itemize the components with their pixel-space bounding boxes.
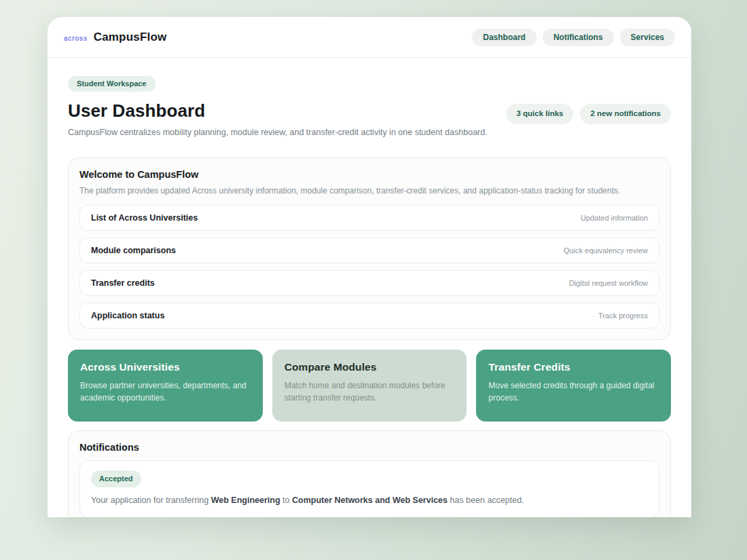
feature-card-compare-modules[interactable]: Compare Modules Match home and destinati… [272, 350, 467, 422]
quick-row-label: Transfer credits [91, 278, 155, 288]
quick-row-universities[interactable]: List of Across Universities Updated info… [79, 205, 659, 231]
hero-row: User Dashboard CampusFlow centralizes mo… [68, 100, 671, 137]
page-title: User Dashboard [68, 100, 488, 122]
status-badge: Accepted [91, 470, 141, 487]
quick-row-meta: Track progress [598, 312, 648, 320]
brand: across CampusFlow [64, 31, 166, 44]
message-segment: has been accepted. [448, 496, 524, 505]
message-segment-bold: Computer Networks and Web Services [292, 496, 448, 505]
notifications-panel: Notifications Accepted Your application … [68, 430, 671, 517]
quick-row-meta: Quick equivalency review [564, 246, 648, 255]
quick-row-label: Module comparisons [91, 246, 176, 255]
notification-message: Your application for transferring Web En… [91, 496, 648, 505]
quick-row-label: Application status [91, 311, 164, 320]
feature-title: Across Universities [80, 361, 251, 373]
quick-links-badge: 3 quick links [506, 104, 573, 124]
feature-title: Compare Modules [285, 361, 455, 373]
welcome-panel: Welcome to CampusFlow The platform provi… [68, 157, 671, 340]
welcome-title: Welcome to CampusFlow [79, 169, 659, 180]
top-nav: Dashboard Notifications Services [472, 29, 675, 46]
feature-description: Move selected credits through a guided d… [488, 379, 659, 404]
message-segment: to [280, 496, 292, 505]
message-segment-bold: Web Engineering [211, 496, 280, 505]
nav-notifications[interactable]: Notifications [543, 29, 614, 46]
quick-row-application-status[interactable]: Application status Track progress [79, 303, 659, 329]
content: Student Workspace User Dashboard CampusF… [48, 58, 691, 517]
notification-item: Accepted Your application for transferri… [79, 460, 659, 517]
feature-title: Transfer Credits [488, 361, 659, 373]
quick-row-module-comparisons[interactable]: Module comparisons Quick equivalency rev… [79, 238, 659, 263]
feature-grid: Across Universities Browse partner unive… [68, 350, 671, 422]
main-card: across CampusFlow Dashboard Notification… [48, 17, 691, 517]
quick-row-meta: Digital request workflow [569, 279, 648, 287]
feature-description: Match home and destination modules befor… [285, 379, 455, 404]
quick-links-list: List of Across Universities Updated info… [79, 205, 659, 329]
across-logo: across [64, 35, 88, 42]
message-segment: Your application for transferring [91, 496, 211, 505]
feature-card-transfer-credits[interactable]: Transfer Credits Move selected credits t… [476, 350, 671, 422]
app-title: CampusFlow [94, 31, 167, 44]
nav-dashboard[interactable]: Dashboard [472, 29, 536, 46]
page-background: across CampusFlow Dashboard Notification… [0, 0, 747, 560]
quick-row-meta: Updated information [581, 214, 648, 222]
new-notifications-badge: 2 new notifications [580, 104, 671, 124]
quick-row-transfer-credits[interactable]: Transfer credits Digital request workflo… [79, 270, 659, 296]
topbar: across CampusFlow Dashboard Notification… [48, 17, 691, 58]
feature-card-across-universities[interactable]: Across Universities Browse partner unive… [68, 350, 263, 422]
notifications-title: Notifications [79, 442, 659, 453]
nav-services[interactable]: Services [620, 29, 675, 46]
feature-description: Browse partner universities, departments… [80, 379, 251, 404]
welcome-description: The platform provides updated Across uni… [79, 186, 659, 195]
hero-badges: 3 quick links 2 new notifications [506, 104, 671, 124]
page-subtitle: CampusFlow centralizes mobility planning… [68, 128, 488, 137]
quick-row-label: List of Across Universities [91, 213, 198, 223]
hero-text: User Dashboard CampusFlow centralizes mo… [68, 100, 488, 137]
workspace-badge: Student Workspace [68, 76, 156, 92]
